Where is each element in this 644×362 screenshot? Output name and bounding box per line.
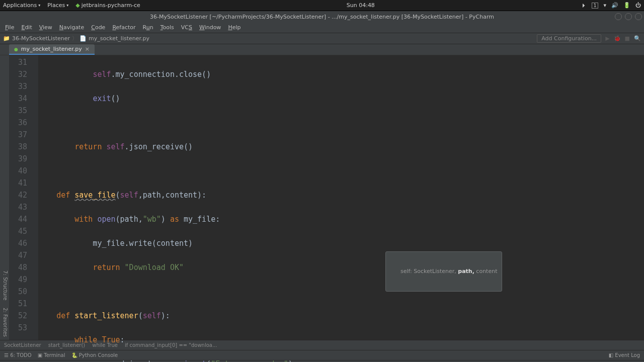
- menu-tools[interactable]: Tools: [157, 23, 177, 32]
- nav-toolbar: 📁 36-MySocketListener 〉 📄 my_socket_list…: [0, 33, 644, 44]
- window-titlebar: 36-MySocketListener [~/PycharmProjects/3…: [0, 11, 644, 22]
- parameter-hint-popup: self: SocketListener, path, content: [385, 251, 502, 292]
- menu-navigate[interactable]: Navigate: [56, 23, 87, 32]
- menu-code[interactable]: Code: [88, 23, 108, 32]
- places-menu[interactable]: Places▾: [47, 2, 68, 9]
- stop-icon[interactable]: ■: [625, 35, 630, 42]
- tab-my-socket-listener[interactable]: ● my_socket_listener.py ×: [9, 44, 95, 55]
- desktop-topbar: Applications▾ Places▾ ◆ jetbrains-pychar…: [0, 0, 644, 11]
- network-icon[interactable]: ▾: [603, 2, 606, 9]
- search-icon[interactable]: 🔍: [634, 35, 641, 42]
- close-button[interactable]: [635, 13, 642, 20]
- clock: Sun 04:48: [140, 2, 581, 9]
- main-menu[interactable]: File Edit View Navigate Code Refactor Ru…: [0, 22, 644, 33]
- left-tool-strip[interactable]: 7: Structure 2: Favorites: [0, 55, 9, 340]
- power-icon[interactable]: ⏻: [635, 2, 641, 9]
- menu-view[interactable]: View: [36, 23, 55, 32]
- code-editor[interactable]: self.my_connection.close() exit() return…: [38, 55, 644, 340]
- maximize-button[interactable]: [625, 13, 632, 20]
- close-tab-icon[interactable]: ×: [85, 46, 90, 52]
- structure-tool[interactable]: 7: Structure: [1, 270, 8, 300]
- minimize-button[interactable]: [615, 13, 622, 20]
- workspace-icon[interactable]: 1: [592, 3, 599, 9]
- folder-icon: 📁: [3, 35, 10, 42]
- menu-window[interactable]: Window: [196, 23, 224, 32]
- menu-edit[interactable]: Edit: [18, 23, 35, 32]
- system-tray[interactable]: ⏵ 1 ▾ 🔊 🔋 ⏻: [581, 2, 641, 9]
- menu-vcs[interactable]: VCS: [178, 23, 195, 32]
- editor-tabs: ● my_socket_listener.py ×: [0, 44, 644, 55]
- applications-menu[interactable]: Applications▾: [3, 2, 40, 9]
- volume-icon[interactable]: 🔊: [611, 2, 618, 9]
- favorites-tool[interactable]: 2: Favorites: [1, 308, 8, 337]
- battery-icon[interactable]: 🔋: [623, 2, 630, 9]
- recorder-icon[interactable]: ⏵: [581, 2, 587, 9]
- menu-help[interactable]: Help: [225, 23, 244, 32]
- line-gutter[interactable]: 31323334 35363738 39404142 43444546 4748…: [9, 55, 38, 340]
- todo-tool[interactable]: ☰ 6: TODO: [4, 352, 32, 358]
- breadcrumb-project[interactable]: 36-MySocketListener: [12, 35, 70, 42]
- app-indicator[interactable]: ◆ jetbrains-pycharm-ce: [75, 2, 140, 9]
- file-icon: 📄: [79, 35, 87, 42]
- python-file-icon: ●: [14, 47, 18, 52]
- menu-refactor[interactable]: Refactor: [109, 23, 138, 32]
- breadcrumb-file[interactable]: my_socket_listener.py: [89, 35, 149, 42]
- window-title: 36-MySocketListener [~/PycharmProjects/3…: [150, 14, 494, 20]
- menu-file[interactable]: File: [2, 23, 17, 32]
- add-configuration-button[interactable]: Add Configuration...: [537, 34, 601, 43]
- run-icon[interactable]: ▶: [605, 35, 609, 42]
- crumb-class[interactable]: SocketListener: [4, 342, 41, 348]
- debug-icon[interactable]: 🐞: [614, 35, 621, 42]
- menu-run[interactable]: Run: [140, 23, 156, 32]
